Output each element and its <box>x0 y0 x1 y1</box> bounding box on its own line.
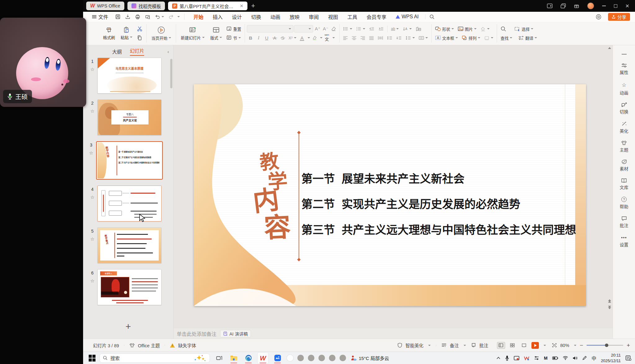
highlight-color-button[interactable] <box>311 34 318 42</box>
notes-caret[interactable] <box>464 345 466 346</box>
notes-placeholder[interactable]: 单击此处添加备注 <box>177 330 216 337</box>
slide-section-line-3[interactable]: 第三节共产主义远大理想与中国特色社会主义共同理想 <box>301 221 576 237</box>
premium-gift-icon[interactable] <box>574 3 579 8</box>
clock[interactable]: 20:11 2025/12/11 <box>601 353 621 363</box>
menu-animation[interactable]: 动画 <box>266 13 285 20</box>
tray-app-circle[interactable] <box>318 355 325 361</box>
section-button[interactable]: 节 <box>225 34 243 42</box>
minimize-button[interactable] <box>602 6 606 6</box>
translate-caret[interactable] <box>535 37 537 38</box>
menu-home[interactable]: 开始 <box>189 13 208 20</box>
rail-item-transition[interactable]: 切换 <box>620 102 628 115</box>
italic-button[interactable]: I <box>255 34 262 42</box>
edge-browser-icon[interactable] <box>243 353 254 364</box>
shape-fill-caret[interactable] <box>487 28 490 29</box>
new-slide-caret[interactable] <box>202 37 205 38</box>
justify-button[interactable] <box>367 34 375 42</box>
decrease-font-button[interactable]: A⁻ <box>322 25 329 33</box>
line-spacing-up-button[interactable] <box>385 34 394 42</box>
shapes-button[interactable]: 形状 <box>433 25 455 33</box>
font-family-select[interactable] <box>247 25 293 33</box>
menu-slideshow[interactable]: 放映 <box>285 13 304 20</box>
smart-beautify-button[interactable]: 智能美化 <box>406 342 424 349</box>
tab-close-icon[interactable]: ✕ <box>240 3 243 8</box>
close-window-button[interactable]: ✕ <box>625 3 629 9</box>
tray-app-circle[interactable] <box>308 355 314 361</box>
cut-button[interactable] <box>135 25 144 33</box>
increase-indent-button[interactable] <box>377 25 385 33</box>
pen-icon[interactable] <box>582 356 587 360</box>
hidden-icons-chevron[interactable] <box>496 357 500 359</box>
select-caret[interactable] <box>531 28 533 29</box>
tray-app-circle[interactable] <box>340 355 346 361</box>
maximize-button[interactable] <box>614 4 617 8</box>
font-color-button[interactable]: A <box>298 34 306 42</box>
strikethrough-button[interactable]: S <box>279 34 286 42</box>
undo-dropdown-caret[interactable] <box>162 16 164 17</box>
menu-transition[interactable]: 切换 <box>246 13 266 20</box>
m-app-tray-icon[interactable]: M <box>544 356 548 361</box>
slide-thumbnail-6[interactable]: 新课导入 <box>97 269 162 305</box>
play-caret[interactable] <box>169 37 171 38</box>
user-avatar[interactable] <box>587 2 594 9</box>
microphone-icon[interactable] <box>505 355 509 361</box>
decrease-indent-button[interactable] <box>367 25 376 33</box>
rail-item-theme[interactable]: 主题 <box>620 140 628 153</box>
canvas-scrollbar[interactable] <box>607 45 612 328</box>
tab-docer-templates[interactable]: 找稻壳模板 <box>127 2 165 10</box>
text-direction-caret[interactable] <box>396 28 399 29</box>
shapes-caret[interactable] <box>451 28 454 29</box>
text-columns-caret[interactable] <box>425 37 428 38</box>
battery-icon[interactable] <box>552 356 558 360</box>
slide-thumbnail-4[interactable] <box>97 186 162 221</box>
tray-app-circle[interactable] <box>297 355 304 361</box>
slide-thumbnail-1[interactable]: 马克思主义基本原理 <box>97 58 162 94</box>
distribute-button[interactable] <box>376 34 385 42</box>
notification-center-icon[interactable] <box>625 355 631 361</box>
volume-mixer-icon[interactable] <box>534 356 539 360</box>
paste-caret[interactable] <box>130 37 132 38</box>
find-icon[interactable] <box>499 25 508 33</box>
text-direction-button[interactable]: ab <box>389 25 400 33</box>
new-tab-button[interactable]: + <box>251 2 255 10</box>
slides-tab[interactable]: 幻灯片 <box>130 47 144 56</box>
zoom-percentage[interactable]: 80% <box>560 343 569 348</box>
feedback-icon[interactable] <box>593 14 604 20</box>
rail-item-properties[interactable]: 属性 <box>620 63 628 75</box>
wps-office-taskbar-icon[interactable]: W <box>258 353 268 364</box>
slide-sorter-view-button[interactable] <box>508 342 517 349</box>
numbered-caret[interactable] <box>363 28 365 29</box>
search-icon[interactable] <box>427 14 437 20</box>
font-color-caret[interactable] <box>308 37 310 38</box>
zoom-caret[interactable] <box>574 345 576 346</box>
clear-format-button[interactable] <box>330 25 337 33</box>
zoom-in-button[interactable]: + <box>627 342 630 349</box>
panel-scrollbar-thumb[interactable] <box>170 59 172 88</box>
align-center-button[interactable] <box>350 34 358 42</box>
zoom-slider[interactable] <box>587 345 623 346</box>
menu-member[interactable]: 会员专享 <box>362 13 391 20</box>
file-explorer-icon[interactable] <box>229 353 239 364</box>
animation-star-icon[interactable]: ☆ <box>90 195 94 200</box>
menu-view[interactable]: 视图 <box>323 13 343 20</box>
slide-thumbnail-5[interactable]: 教学重点 <box>97 227 162 263</box>
task-view-button[interactable] <box>214 353 224 364</box>
screen-record-icon[interactable] <box>514 356 519 361</box>
picture-caret[interactable] <box>474 28 477 29</box>
tab-wps-office[interactable]: W WPS Office <box>86 2 124 10</box>
animation-star-icon[interactable]: ☆ <box>90 67 94 72</box>
reset-button[interactable]: 重置 <box>225 25 243 33</box>
select-button[interactable]: 选择 <box>513 25 535 33</box>
multi-window-icon[interactable] <box>561 3 566 8</box>
wps-tray-icon[interactable] <box>524 356 529 361</box>
normal-view-button[interactable] <box>497 342 505 349</box>
theme-name[interactable]: Office 主题 <box>138 342 160 349</box>
undo-icon[interactable] <box>153 14 166 20</box>
paste-button[interactable]: 粘贴 <box>118 22 135 45</box>
strikethrough-a-button[interactable]: A <box>271 34 278 42</box>
scroll-up-arrow[interactable] <box>608 47 611 49</box>
section-caret[interactable] <box>238 37 241 38</box>
slide-background-button[interactable] <box>482 34 495 42</box>
vertical-text-caret[interactable] <box>409 28 412 29</box>
menu-tools[interactable]: 工具 <box>343 13 362 20</box>
